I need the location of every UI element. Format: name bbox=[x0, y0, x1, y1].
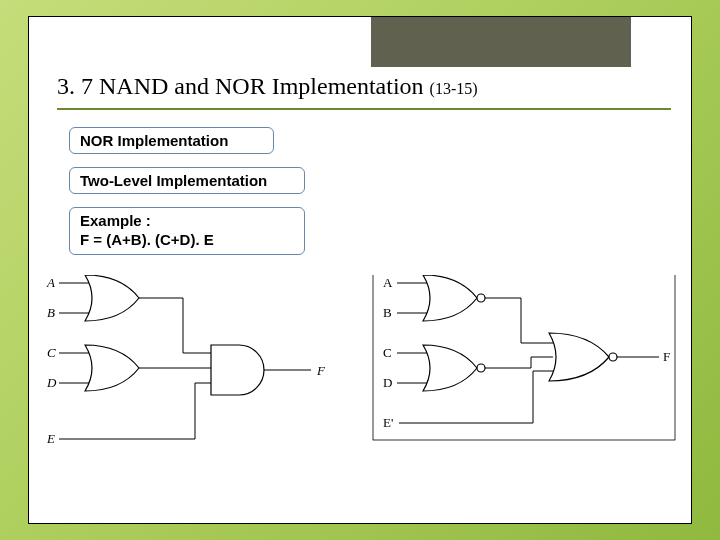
box-nor-implementation: NOR Implementation bbox=[69, 127, 274, 154]
left-input-C: C bbox=[47, 345, 56, 360]
circuit-diagrams: A B C D E bbox=[43, 275, 679, 490]
circuit-svg: A B C D E bbox=[43, 275, 679, 490]
slide-frame: 3. 7 NAND and NOR Implementation (13-15)… bbox=[28, 16, 692, 524]
title-page-range: (13-15) bbox=[430, 80, 478, 97]
right-circuit: A B C D E' bbox=[373, 275, 675, 440]
right-input-E: E' bbox=[383, 415, 393, 430]
and-gate-left bbox=[211, 345, 264, 395]
left-circuit: A B C D E bbox=[46, 275, 326, 446]
left-output-F: F bbox=[316, 363, 326, 378]
title-bar: 3. 7 NAND and NOR Implementation (13-15) bbox=[57, 73, 671, 110]
left-input-B: B bbox=[47, 305, 55, 320]
left-input-A: A bbox=[46, 275, 55, 290]
header-accent-block bbox=[371, 17, 631, 67]
example-label: Example : bbox=[80, 212, 294, 231]
right-input-B: B bbox=[383, 305, 392, 320]
right-input-D: D bbox=[383, 375, 392, 390]
or-gate-2 bbox=[85, 345, 139, 391]
or-gate-1 bbox=[85, 275, 139, 321]
bubble-nor1 bbox=[477, 294, 485, 302]
left-input-E: E bbox=[46, 431, 55, 446]
right-output-F: F bbox=[663, 349, 670, 364]
box-two-level-implementation: Two-Level Implementation bbox=[69, 167, 305, 194]
box-example: Example : F = (A+B). (C+D). E bbox=[69, 207, 305, 255]
title-text: 3. 7 NAND and NOR Implementation bbox=[57, 73, 430, 99]
right-input-C: C bbox=[383, 345, 392, 360]
bubble-nor-out bbox=[609, 353, 617, 361]
right-input-A: A bbox=[383, 275, 393, 290]
bubble-nor2 bbox=[477, 364, 485, 372]
left-input-D: D bbox=[46, 375, 57, 390]
example-equation: F = (A+B). (C+D). E bbox=[80, 231, 294, 250]
